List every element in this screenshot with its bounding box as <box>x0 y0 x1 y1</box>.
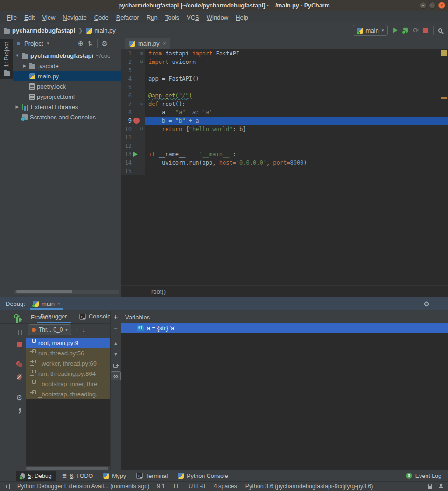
close-icon[interactable]: ✕ <box>438 2 445 9</box>
gutter[interactable]: 4 <box>121 75 145 83</box>
code-line-11[interactable]: 11 <box>121 133 448 142</box>
mute-breakpoints-icon[interactable] <box>17 374 22 380</box>
status-widget[interactable]: Python 3.6 (pycharmdebugfastapi-9cdjtyrg… <box>245 483 373 490</box>
hide-panel-icon[interactable]: — <box>436 300 442 307</box>
toolwindow-button-python-console[interactable]: Python Console <box>174 471 232 481</box>
toolwindow-button-terminal[interactable]: Terminal <box>132 471 172 481</box>
sidebar-item--project[interactable]: 1: Project <box>0 39 13 79</box>
code-text[interactable]: from fastapi import FastAPI <box>145 49 448 58</box>
fold-marker-icon[interactable]: ⊔ <box>140 59 145 64</box>
menu-item-code[interactable]: Code <box>91 13 112 22</box>
tree-item-pyproject-toml[interactable]: pyproject.toml <box>13 91 121 102</box>
status-widget[interactable]: UTF-8 <box>189 483 205 490</box>
breadcrumb-function[interactable]: root() <box>151 288 166 295</box>
gutter[interactable]: 14 <box>121 159 145 167</box>
search-icon[interactable] <box>438 28 442 33</box>
move-up-icon[interactable]: ▲ <box>111 338 121 349</box>
frame-up-icon[interactable]: ↑ <box>75 326 78 333</box>
close-icon[interactable]: × <box>57 301 60 306</box>
tree-expand-arrow[interactable]: ▼ <box>15 53 20 58</box>
gutter[interactable]: 11 <box>121 133 145 142</box>
close-icon[interactable]: × <box>163 41 166 46</box>
toolwindow-button--debug[interactable]: 5: Debug <box>16 471 56 481</box>
debug-settings-icon[interactable]: ⚙ <box>16 394 22 401</box>
tree-item--vscode[interactable]: ▶.vscode <box>13 61 121 71</box>
code-line-1[interactable]: 1⊟from fastapi import FastAPI <box>121 49 448 58</box>
gutter[interactable]: 12 <box>121 142 145 150</box>
code-text[interactable] <box>145 142 448 150</box>
project-hscrollbar[interactable] <box>14 290 119 294</box>
code-line-2[interactable]: 2⊔import uvicorn <box>121 58 448 66</box>
code-text[interactable] <box>145 83 448 91</box>
thread-select[interactable]: Thr...-0_0 ▾ <box>28 324 71 335</box>
breadcrumb-item[interactable]: main.py <box>94 27 116 34</box>
stop-button[interactable] <box>423 28 428 33</box>
frame-down-icon[interactable]: ↓ <box>82 326 85 333</box>
code-line-5[interactable]: 5 <box>121 83 448 91</box>
code-line-12[interactable]: 12 <box>121 142 448 150</box>
code-line-13[interactable]: 13if __name__ == '__main__': <box>121 150 448 159</box>
scrollbar-warning-marker[interactable] <box>441 97 447 99</box>
code-text[interactable]: b = "b" + a <box>145 117 448 125</box>
coverage-button[interactable]: ⟳ <box>413 28 419 33</box>
pause-icon[interactable] <box>17 330 22 335</box>
debug-session-tab[interactable]: main × <box>30 297 63 310</box>
menu-item-navigate[interactable]: Navigate <box>59 13 90 22</box>
gutter[interactable]: 9 <box>121 117 145 125</box>
code-line-4[interactable]: 4app = FastAPI() <box>121 75 448 83</box>
frame-row[interactable]: _worker, thread.py:69 <box>26 358 110 368</box>
code-text[interactable]: app = FastAPI() <box>145 75 448 83</box>
menu-item-refactor[interactable]: Refactor <box>113 13 142 22</box>
menu-item-help[interactable]: Help <box>232 13 252 22</box>
code-line-15[interactable]: 15 <box>121 167 448 175</box>
tree-item-external-libraries[interactable]: ▶External Libraries <box>13 102 121 112</box>
variable-row[interactable]: 01a = {str} 'a' <box>121 323 448 333</box>
gear-icon[interactable]: ⚙ <box>102 40 108 47</box>
minimize-icon[interactable]: − <box>420 2 427 9</box>
tree-expand-arrow[interactable]: ▶ <box>15 104 20 109</box>
status-widget[interactable]: 9:1 <box>157 483 165 490</box>
toolwindow-button--todo[interactable]: ≣6: TODO <box>58 471 97 481</box>
code-text[interactable]: if __name__ == '__main__': <box>145 150 448 159</box>
code-area[interactable]: 1⊟from fastapi import FastAPI2⊔import uv… <box>121 49 448 285</box>
code-text[interactable]: import uvicorn <box>145 58 448 66</box>
code-text[interactable]: uvicorn.run(app, host='0.0.0.0', port=80… <box>145 159 448 167</box>
toolwindow-toggle-icon[interactable] <box>5 484 10 489</box>
maximize-icon[interactable]: ▢ <box>429 2 436 9</box>
status-widget[interactable]: 4 spaces <box>214 483 237 490</box>
menu-item-file[interactable]: File <box>4 13 20 22</box>
add-watch-icon[interactable]: + <box>111 311 121 323</box>
code-text[interactable] <box>145 167 448 175</box>
breadcrumb-item[interactable]: pycharmdebugfastapi <box>12 27 75 34</box>
move-down-icon[interactable]: ▼ <box>111 349 121 360</box>
code-line-6[interactable]: 6@app.get("/") <box>121 91 448 100</box>
menu-item-vcs[interactable]: VCS <box>183 13 203 22</box>
code-text[interactable]: return {"hello world": b} <box>145 125 448 133</box>
project-panel-title[interactable]: Project <box>24 40 43 47</box>
tree-item-main-py[interactable]: main.py <box>13 71 121 81</box>
code-text[interactable]: a = "a" a: 'a' <box>145 108 448 117</box>
duplicate-icon[interactable] <box>111 360 121 371</box>
hide-panel-icon[interactable]: — <box>112 40 118 47</box>
event-log-button[interactable]: 3 Event Log <box>406 473 441 479</box>
tree-item-scratches-and-consoles[interactable]: Scratches and Consoles <box>13 112 121 122</box>
lock-icon[interactable] <box>428 486 432 489</box>
fold-marker-icon[interactable]: ⊟ <box>140 101 145 106</box>
code-line-7[interactable]: 7⊟def root(): <box>121 100 448 108</box>
run-config-select[interactable]: main ▾ <box>353 25 388 36</box>
menu-item-window[interactable]: Window <box>203 13 231 22</box>
gutter[interactable]: 15 <box>121 167 145 175</box>
run-line-icon[interactable] <box>133 152 138 157</box>
chevron-down-icon[interactable]: ▾ <box>47 41 49 46</box>
status-widget[interactable]: LF <box>174 483 181 490</box>
code-line-10[interactable]: 10⊔ return {"hello world": b} <box>121 125 448 133</box>
code-text[interactable]: def root(): <box>145 100 448 108</box>
gutter[interactable]: 10⊔ <box>121 125 145 133</box>
frame-row[interactable]: _bootstrap_inner, thre <box>26 379 110 389</box>
code-text[interactable] <box>145 66 448 75</box>
frame-row[interactable]: _bootstrap, threading. <box>26 389 110 399</box>
gutter[interactable]: 1⊟ <box>121 49 145 58</box>
gutter[interactable]: 7⊟ <box>121 100 145 108</box>
menu-item-edit[interactable]: Edit <box>21 13 38 22</box>
collapse-all-icon[interactable]: ⇅ <box>88 40 93 47</box>
